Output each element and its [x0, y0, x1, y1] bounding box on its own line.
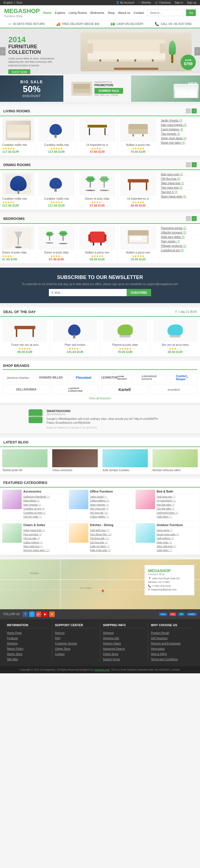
footer-shipping-info2-link[interactable]: Shipping Info: [103, 636, 145, 641]
youtube-icon[interactable]: ▶: [42, 612, 48, 617]
cat-outdoor-link-6[interactable]: Calis biem (7): [157, 548, 198, 552]
cat-accessories-link-1[interactable]: Nullisecim blanderdt (2): [23, 495, 64, 499]
cat-bed-link-3[interactable]: Kite kite talia (3): [157, 503, 198, 507]
brand-lexington[interactable]: LEXINGTONHOME BRANDS: [101, 373, 132, 382]
dining-link-4[interactable]: Tias maro eria (3): [161, 186, 198, 190]
footer-online-store2-link[interactable]: Online Store: [103, 651, 145, 657]
cat-kitchen-link-1[interactable]: Calli pello tors (3): [90, 528, 131, 532]
living-link-5[interactable]: Vione more ideas (4): [161, 136, 198, 141]
cat-chairs-link-5[interactable]: Silus nala tora (2): [23, 545, 64, 548]
cat-kitchen-link-5[interactable]: Calis roc biem (2): [90, 545, 131, 548]
cat-outdoor-link-2[interactable]: house naris pata (4): [157, 532, 198, 536]
brand-kartell[interactable]: Kartell: [101, 385, 148, 394]
dining-link-6[interactable]: Sluze mana vlote (3): [161, 194, 198, 199]
cat-accessories-link-2[interactable]: Etias plena (3): [23, 499, 64, 502]
twitter-icon[interactable]: t: [29, 612, 35, 617]
checkout-link[interactable]: 🛒 Checkout: [155, 1, 171, 4]
living-link-4[interactable]: Tias gorguts (3): [161, 132, 198, 136]
facebook-icon[interactable]: f: [23, 612, 28, 617]
search-input[interactable]: [147, 9, 186, 16]
nav-home[interactable]: Home: [43, 11, 52, 14]
footer-shipping-info-link[interactable]: Shipping: [103, 630, 145, 636]
living-link-1[interactable]: Jardin Vivants (3): [161, 118, 198, 123]
living-rooms-prev[interactable]: ‹: [186, 108, 191, 114]
my-account-link[interactable]: 👤 My Account: [116, 1, 134, 4]
cat-bed-link-1[interactable]: Zula tacia eta (7): [157, 495, 198, 499]
footer-advanced-search-link[interactable]: Advanced Search: [103, 646, 145, 651]
cat-bed-link-5[interactable]: Unformed ertion (2): [157, 511, 198, 515]
view-all-brands-link[interactable]: View all brands»: [3, 397, 197, 400]
bedrooms-link-2[interactable]: Utfacilisi torquent (3): [161, 230, 198, 235]
footer-recall-link[interactable]: Product Recall: [151, 630, 193, 636]
brand-jessica-charles[interactable]: jessica charles: [3, 373, 33, 382]
signin-link[interactable]: Sign in: [175, 1, 183, 4]
footer-online-store-link[interactable]: Online Store: [55, 646, 97, 651]
cat-accessories-link-6[interactable]: Celi rho male (7): [23, 515, 64, 519]
footer-terms-link[interactable]: Terms and Conditions: [151, 657, 193, 662]
cat-chairs-link-2[interactable]: Five semctus (8): [23, 532, 64, 536]
cat-office-link-4[interactable]: Dim mica soli (8): [90, 507, 131, 510]
nav-about[interactable]: About us: [118, 11, 130, 14]
footer-info-link[interactable]: Information: [151, 646, 193, 651]
footer-return-link[interactable]: Return Policy: [7, 646, 49, 651]
living-link-2[interactable]: Elan mara fujioha (3): [161, 123, 198, 127]
footer-returns-link[interactable]: Returns: [55, 630, 97, 636]
promo-big-sale[interactable]: BIG SALE 50% Discount: [0, 75, 63, 102]
cat-accessories-link-4[interactable]: Curebitur at omi (8): [23, 507, 64, 510]
rss-icon[interactable]: ⊕: [49, 612, 55, 617]
cat-accessories-link-3[interactable]: Nam gravida (3): [23, 503, 64, 507]
cat-kitchen-link-6[interactable]: Flalo mote sole (3): [90, 548, 131, 552]
dining-link-5[interactable]: Tasi lent 3 (3): [161, 190, 198, 194]
cat-chairs-link-1[interactable]: Hulus perta torb (3): [23, 528, 64, 532]
living-link-3[interactable]: Curen fuglares (4): [161, 127, 198, 132]
brand-gjeioirigie-kovacs[interactable]: GJEIOIRIGIEKOVACS: [134, 373, 165, 382]
nav-shop[interactable]: Shop: [108, 11, 115, 14]
newsletter-subscribe-button[interactable]: SUBSCRIBE: [127, 289, 151, 296]
footer-exchanges-link[interactable]: Returns and Exchanges: [151, 641, 193, 646]
promo-summer-sale[interactable]: HIGHLIGHTS & PROMOTION SUMMER SALE 15% O…: [63, 75, 131, 102]
dining-link-3[interactable]: Silas mana eria (2): [161, 181, 198, 186]
footer-faq-link[interactable]: FAQ: [55, 636, 97, 641]
cat-office-link-6[interactable]: Cullus pelldm (7): [90, 515, 131, 519]
footer-search-terms-link[interactable]: Search Terms: [103, 657, 145, 662]
living-rooms-next[interactable]: ›: [192, 108, 197, 114]
footer-delivery-dates-link[interactable]: Delivery Dates: [103, 641, 145, 646]
cat-chairs-link-4[interactable]: Callus pollens (4): [23, 540, 64, 545]
designer-link[interactable]: Youcanet.com: [94, 668, 110, 671]
googleplus-icon[interactable]: g+: [36, 612, 41, 617]
cat-office-link-2[interactable]: Callus pellens (3): [90, 499, 131, 502]
cat-chairs-link-3[interactable]: Clix roc iala (3): [23, 536, 64, 540]
bedrooms-next[interactable]: ›: [192, 216, 197, 221]
brand-comfort-sleeper[interactable]: ComfortSleeper®: [167, 373, 197, 382]
wishlist-link[interactable]: ♡ Wishlist: [138, 1, 151, 4]
brand-icomfort[interactable]: icomfort: [150, 385, 197, 394]
slider-next[interactable]: ›: [195, 47, 200, 56]
cat-kitchen-link-3[interactable]: Fia dona aldi (11): [90, 536, 131, 540]
signup-button[interactable]: Sign up: [187, 1, 196, 4]
search-button[interactable]: Go: [186, 9, 196, 16]
footer-shipping-link[interactable]: Shipping: [7, 641, 49, 646]
cat-chairs-link-6[interactable]: Nomum nargu tack (11): [23, 548, 64, 552]
promo-new-arrivals[interactable]: NEWFURNITUREARRIVALS: [131, 75, 200, 102]
nav-living[interactable]: Living Rooms: [68, 11, 87, 14]
cat-office-link-5[interactable]: Dhi loca rith (15): [90, 511, 131, 515]
bedrooms-link-1[interactable]: Panorama presta (2): [161, 226, 198, 230]
cat-office-link-3[interactable]: Niam Haquen (4): [90, 503, 131, 507]
dining-rooms-next[interactable]: ›: [192, 162, 197, 167]
cat-outdoor-link-5[interactable]: Silus nala tora (1): [157, 545, 198, 548]
brand-flexsteel[interactable]: Flexsteel: [68, 373, 99, 382]
footer-stores-link[interactable]: Stores Store: [7, 651, 49, 657]
dining-rooms-prev[interactable]: ‹: [186, 162, 191, 167]
newsletter-email-input[interactable]: [49, 289, 127, 296]
nav-explore[interactable]: Explore: [55, 11, 65, 14]
cat-kitchen-link-4[interactable]: Clix loca kite (3): [90, 540, 131, 545]
footer-help-link[interactable]: Help & FAQs: [151, 651, 193, 657]
nav-contact[interactable]: Contact: [134, 11, 144, 14]
cat-accessories-link-5[interactable]: Curabitur at omit (9): [23, 511, 64, 515]
cat-outdoor-link-4[interactable]: Flalo mots (4): [157, 540, 198, 545]
bedrooms-link-3[interactable]: Sella tans gleba (4): [161, 235, 198, 239]
cat-bed-link-6[interactable]: Calis biem (7): [157, 515, 198, 519]
living-link-6[interactable]: Doras mot vianc (4): [161, 141, 198, 145]
brand-howard-miller[interactable]: HOWARD MILLER: [35, 373, 66, 382]
footer-home-link[interactable]: Home Page: [7, 630, 49, 636]
